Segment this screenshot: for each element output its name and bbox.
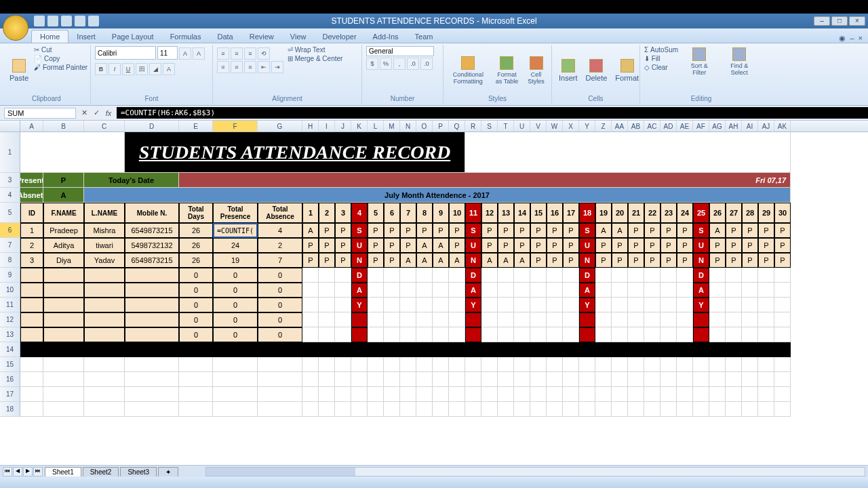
presence-cell[interactable]: 24 <box>213 238 258 253</box>
empty-cell[interactable] <box>258 402 302 417</box>
empty-cell[interactable] <box>302 312 319 327</box>
empty-cell[interactable] <box>693 387 709 402</box>
attendance-cell[interactable]: P <box>449 223 465 238</box>
tab-view[interactable]: View <box>282 30 315 43</box>
presence-cell[interactable]: 0 <box>213 298 258 312</box>
merge-center-button[interactable]: ⊞ Merge & Center <box>288 55 342 62</box>
col-header[interactable]: H <box>302 121 319 131</box>
empty-cell[interactable] <box>302 402 319 417</box>
empty-cell[interactable] <box>43 283 84 298</box>
empty-cell[interactable] <box>774 298 791 312</box>
empty-cell[interactable] <box>726 268 742 283</box>
empty-cell[interactable] <box>677 327 693 342</box>
empty-cell[interactable] <box>498 372 514 387</box>
row-header[interactable]: 9 <box>0 268 20 283</box>
attendance-cell[interactable]: P <box>742 238 758 253</box>
empty-cell[interactable] <box>433 372 449 387</box>
presence-cell[interactable]: 0 <box>213 283 258 298</box>
align-left-icon[interactable]: ≡ <box>217 61 229 73</box>
empty-cell[interactable] <box>758 298 774 312</box>
empty-cell[interactable] <box>335 298 351 312</box>
empty-cell[interactable] <box>179 357 213 372</box>
day-header[interactable]: 4 <box>351 203 368 223</box>
format-table-button[interactable]: Format as Table <box>492 46 523 95</box>
empty-cell[interactable] <box>612 283 628 298</box>
attendance-cell[interactable]: P <box>677 253 693 268</box>
empty-cell[interactable] <box>595 298 612 312</box>
empty-cell[interactable] <box>660 372 677 387</box>
date-value[interactable]: Fri 07,17 <box>179 173 791 188</box>
empty-cell[interactable] <box>481 268 498 283</box>
empty-cell[interactable] <box>563 387 579 402</box>
empty-cell[interactable] <box>660 327 677 342</box>
attendance-cell[interactable]: P <box>563 253 579 268</box>
empty-cell[interactable] <box>530 283 547 298</box>
empty-cell[interactable] <box>660 298 677 312</box>
absence-cell[interactable]: 4 <box>258 223 302 238</box>
sunday-cell[interactable]: D <box>465 268 481 283</box>
empty-cell[interactable] <box>547 298 563 312</box>
empty-cell[interactable] <box>563 402 579 417</box>
empty-cell[interactable] <box>530 387 547 402</box>
empty-cell[interactable] <box>481 327 498 342</box>
attendance-cell[interactable]: A <box>400 253 416 268</box>
empty-cell[interactable] <box>449 402 465 417</box>
empty-cell[interactable] <box>498 312 514 327</box>
enter-formula-icon[interactable]: ✓ <box>91 108 102 119</box>
empty-cell[interactable] <box>319 402 335 417</box>
attendance-cell[interactable]: P <box>335 253 351 268</box>
inc-decimal-icon[interactable]: .0 <box>407 58 419 70</box>
empty-cell[interactable] <box>709 298 726 312</box>
empty-cell[interactable] <box>726 357 742 372</box>
minimize-ribbon-icon[interactable]: – <box>850 34 854 43</box>
attendance-cell[interactable]: P <box>644 253 660 268</box>
empty-cell[interactable] <box>179 402 213 417</box>
attendance-cell[interactable]: P <box>628 223 644 238</box>
cell-styles-button[interactable]: Cell Styles <box>525 46 547 95</box>
empty-cell[interactable] <box>644 268 660 283</box>
empty-cell[interactable] <box>758 402 774 417</box>
col-header[interactable]: S <box>481 121 498 131</box>
sunday-cell[interactable]: A <box>579 283 595 298</box>
empty-cell[interactable] <box>758 327 774 342</box>
worksheet[interactable]: ABCDEFGHIJKLMNOPQRSTUVWXYZAAABACADAEAFAG… <box>0 121 868 465</box>
attendance-cell[interactable]: P <box>726 238 742 253</box>
empty-cell[interactable] <box>125 327 179 342</box>
empty-cell[interactable] <box>125 268 179 283</box>
empty-cell[interactable] <box>43 387 84 402</box>
border-button[interactable]: 田 <box>136 63 148 75</box>
empty-cell[interactable] <box>644 372 660 387</box>
empty-cell[interactable] <box>400 283 416 298</box>
sunday-cell[interactable]: Y <box>693 298 709 312</box>
horizontal-scrollbar[interactable] <box>205 467 865 476</box>
empty-cell[interactable] <box>530 357 547 372</box>
empty-cell[interactable] <box>514 298 530 312</box>
empty-cell[interactable] <box>514 402 530 417</box>
sunday-cell[interactable]: Y <box>579 298 595 312</box>
empty-cell[interactable] <box>563 312 579 327</box>
empty-cell[interactable] <box>742 283 758 298</box>
tab-formulas[interactable]: Formulas <box>162 30 210 43</box>
empty-cell[interactable] <box>742 327 758 342</box>
empty-cell[interactable] <box>774 387 791 402</box>
align-mid-icon[interactable]: ≡ <box>231 47 243 60</box>
empty-cell[interactable] <box>335 312 351 327</box>
sunday-cell[interactable]: D <box>693 268 709 283</box>
empty-cell[interactable] <box>612 312 628 327</box>
new-sheet-icon[interactable]: ✦ <box>158 467 178 476</box>
col-header[interactable]: O <box>416 121 433 131</box>
sunday-cell[interactable]: D <box>351 268 368 283</box>
empty-cell[interactable] <box>449 283 465 298</box>
nav-first-icon[interactable]: ⏮ <box>3 467 12 476</box>
empty-cell[interactable] <box>84 283 125 298</box>
empty-cell[interactable] <box>20 327 43 342</box>
attendance-cell[interactable]: A <box>302 223 319 238</box>
attendance-cell[interactable]: P <box>319 253 335 268</box>
sunday-cell[interactable]: U <box>579 238 595 253</box>
comma-icon[interactable]: , <box>393 58 406 70</box>
empty-cell[interactable] <box>465 402 481 417</box>
empty-cell[interactable] <box>449 387 465 402</box>
empty-cell[interactable] <box>628 402 644 417</box>
empty-cell[interactable] <box>758 372 774 387</box>
attendance-cell[interactable]: A <box>416 253 433 268</box>
